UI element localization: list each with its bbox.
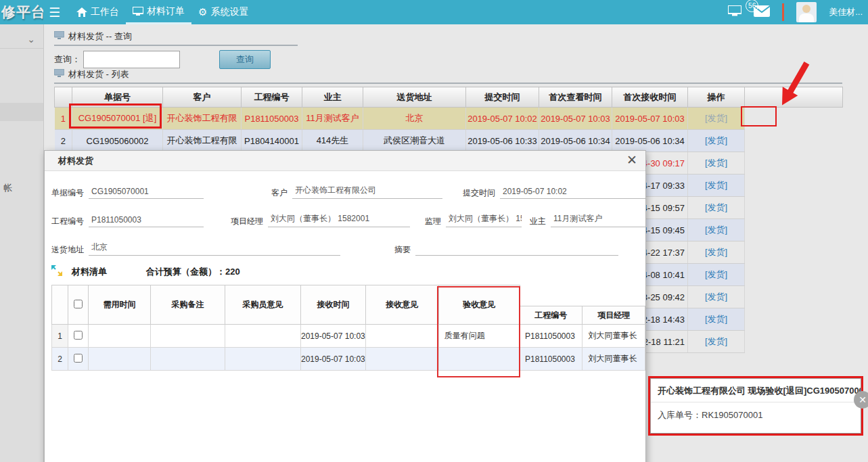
cell-filler xyxy=(745,308,843,331)
cell-rownum: 2 xyxy=(55,130,72,152)
grid-row[interactable]: 1 2019-05-07 10:03 质量有问题 xyxy=(52,325,520,348)
menu-icon[interactable]: ☰ xyxy=(49,5,60,20)
messages-button[interactable]: 56 xyxy=(754,5,770,20)
col-order-no[interactable]: 单据号 xyxy=(72,87,163,108)
grid-header-row: 需用时间 采购备注 采购员意见 接收时间 接收意见 验收意见 xyxy=(52,285,520,325)
dialog-header[interactable]: 材料发货 ✕ xyxy=(45,151,645,171)
ship-link[interactable]: [发货] xyxy=(705,202,727,212)
grid-row[interactable]: P1811050003 刘大同董事长 xyxy=(520,325,645,348)
cell-purchase-note xyxy=(151,325,225,348)
notification-body: 入库单号：RK1905070001 xyxy=(651,402,861,428)
ship-link[interactable]: [发货] xyxy=(705,336,727,346)
ship-link[interactable]: [发货] xyxy=(705,158,727,168)
ship-link[interactable]: [发货] xyxy=(705,292,727,302)
col-receive-opinion[interactable]: 接收意见 xyxy=(365,285,438,325)
material-list-title: 材料清单 xyxy=(72,266,107,278)
resize-arrows-icon[interactable] xyxy=(51,265,62,278)
col-purchaser-opinion[interactable]: 采购员意见 xyxy=(225,285,301,325)
col-address[interactable]: 送货地址 xyxy=(363,87,466,108)
close-icon[interactable]: ✕ xyxy=(854,391,868,409)
col-project-manager[interactable]: 项目经理 xyxy=(583,306,645,325)
col-customer[interactable]: 客户 xyxy=(163,87,242,108)
ship-link[interactable]: [发货] xyxy=(705,314,727,324)
cell-action: [发货] xyxy=(688,241,745,264)
username[interactable]: 美佳材... xyxy=(829,6,863,18)
summary-field[interactable] xyxy=(415,253,618,256)
nav-settings[interactable]: ⚙ 系统设置 xyxy=(191,0,255,24)
table-row[interactable]: 1 CG1905070001 [退] 开心装饰工程有限 P1811050003 … xyxy=(55,108,843,130)
cell-owner: 11月测试客户 xyxy=(302,108,363,130)
order-no-field[interactable]: CG1905070001 xyxy=(89,187,204,199)
field-label: 提交时间 xyxy=(463,187,495,199)
row-checkbox[interactable] xyxy=(74,354,83,363)
col-receive-time[interactable]: 接收时间 xyxy=(301,285,366,325)
monitor-icon xyxy=(54,69,64,80)
chevron-down-icon[interactable]: ⌄ xyxy=(27,34,35,45)
cell-project-no: P1804140001 xyxy=(242,130,302,152)
ship-link[interactable]: [发货] xyxy=(705,269,727,279)
col-action[interactable]: 操作 xyxy=(688,87,745,108)
close-icon[interactable]: ✕ xyxy=(626,152,637,168)
cell-filler xyxy=(745,331,843,353)
col-project-no[interactable]: 工程编号 xyxy=(242,87,302,108)
cell-rownum: 1 xyxy=(55,108,72,130)
list-section-header: 材料发货 - 列表 xyxy=(54,66,842,84)
col-project-no[interactable]: 工程编号 xyxy=(520,306,583,325)
owner-field[interactable]: 11月测试客户 xyxy=(551,213,646,227)
cell-action: [发货] xyxy=(688,175,745,197)
avatar[interactable] xyxy=(796,2,817,22)
cell-filler xyxy=(745,152,843,175)
cell-customer: 开心装饰工程有限 xyxy=(163,130,242,152)
cell-address: 北京 xyxy=(363,108,466,130)
dialog-title: 材料发货 xyxy=(58,155,93,167)
col-first-view-time[interactable]: 首次查看时间 xyxy=(539,87,612,108)
col-owner[interactable]: 业主 xyxy=(302,87,363,108)
supervisor-field[interactable]: 刘大同（董事长） 15 xyxy=(446,213,522,227)
notification-popup[interactable]: 开心装饰工程有限公司 现场验收[退回]CG1905070001 入库单号：RK1… xyxy=(650,378,861,434)
cell-order-no: CG1905060002 xyxy=(72,130,163,152)
sidebar-item-account[interactable]: 帐 xyxy=(3,182,12,194)
sidebar-item-band[interactable] xyxy=(0,103,43,121)
cell-receive-opinion xyxy=(365,348,438,371)
ship-link[interactable]: [发货] xyxy=(705,247,727,257)
col-need-time[interactable]: 需用时间 xyxy=(89,285,151,325)
col-first-receive-time[interactable]: 首次接收时间 xyxy=(612,87,688,108)
field-label: 工程编号 xyxy=(51,216,84,227)
project-no-field[interactable]: P1811050003 xyxy=(89,215,204,227)
notification-title: 开心装饰工程有限公司 现场验收[退回]CG1905070001 xyxy=(651,379,861,402)
row-checkbox[interactable] xyxy=(74,331,83,340)
cell-action: [发货] xyxy=(688,264,745,286)
project-manager-field[interactable]: 刘大同（董事长） 1582001 xyxy=(268,213,410,227)
cell-action: [发货] xyxy=(688,108,745,130)
ship-link[interactable]: [发货] xyxy=(705,135,727,145)
select-all-checkbox[interactable] xyxy=(74,300,83,308)
modal-gridb-tbody: P1811050003 刘大同董事长 P1811050003 刘大同董事长 xyxy=(520,325,645,371)
divider xyxy=(782,3,784,21)
col-purchase-note[interactable]: 采购备注 xyxy=(151,285,225,325)
grid-row[interactable]: P1811050003 刘大同董事长 xyxy=(520,348,645,371)
col-submit-time[interactable]: 提交时间 xyxy=(466,87,539,108)
col-rownum xyxy=(52,285,68,325)
topbar: 修平台 ☰ 工作台 材料订单 ⚙ 系统设置 56 美佳材... xyxy=(0,0,868,24)
ship-link[interactable]: [发货] xyxy=(705,113,727,123)
field-label: 项目经理 xyxy=(231,216,263,227)
address-field[interactable]: 北京 xyxy=(89,241,340,256)
ship-link[interactable]: [发货] xyxy=(705,180,727,190)
query-label: 查询： xyxy=(54,53,81,66)
cell-first-view-time: 2019-05-06 10:34 xyxy=(539,130,612,152)
customer-field[interactable]: 开心装饰工程有限公司 xyxy=(292,185,442,199)
col-inspect-opinion[interactable]: 验收意见 xyxy=(438,285,520,325)
cell-filler xyxy=(745,108,843,130)
nav-material-orders[interactable]: 材料订单 xyxy=(126,0,191,24)
grid-row[interactable]: 2 2019-05-07 10:03 xyxy=(52,348,520,371)
submit-time-field[interactable]: 2019-05-07 10:02 xyxy=(500,187,646,199)
table-row[interactable]: 2 CG1905060002 开心装饰工程有限 P1804140001 414先… xyxy=(55,130,843,152)
cell-checkbox xyxy=(68,348,89,371)
divider xyxy=(0,48,43,49)
nav-label: 系统设置 xyxy=(211,6,249,18)
cell-address: 武侯区潮音大道 xyxy=(363,130,466,152)
nav-workbench[interactable]: 工作台 xyxy=(70,0,126,24)
monitor-icon[interactable] xyxy=(728,5,741,20)
cell-purchase-note xyxy=(151,348,225,371)
ship-link[interactable]: [发货] xyxy=(705,225,727,235)
